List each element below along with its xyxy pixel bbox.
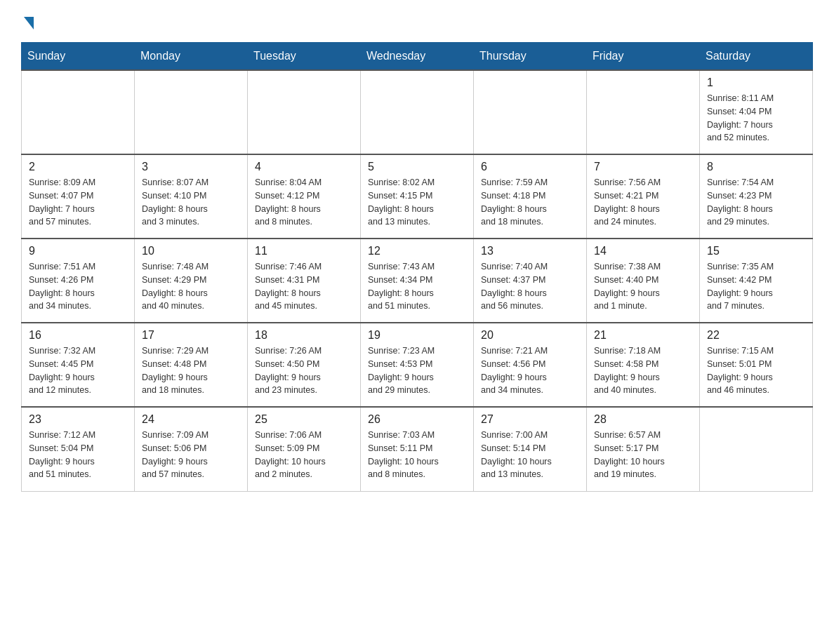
logo-top	[21, 14, 34, 29]
day-of-week-header: Tuesday	[248, 43, 361, 71]
day-number: 28	[594, 413, 692, 426]
day-number: 22	[707, 329, 805, 342]
day-info: Sunrise: 7:12 AM Sunset: 5:04 PM Dayligh…	[29, 429, 127, 481]
calendar-cell: 1Sunrise: 8:11 AM Sunset: 4:04 PM Daylig…	[700, 70, 813, 154]
calendar-cell	[587, 70, 700, 154]
calendar-cell: 18Sunrise: 7:26 AM Sunset: 4:50 PM Dayli…	[248, 323, 361, 407]
day-of-week-header: Monday	[135, 43, 248, 71]
day-info: Sunrise: 7:18 AM Sunset: 4:58 PM Dayligh…	[594, 344, 692, 397]
day-info: Sunrise: 7:35 AM Sunset: 4:42 PM Dayligh…	[707, 260, 805, 313]
day-info: Sunrise: 7:15 AM Sunset: 5:01 PM Dayligh…	[707, 344, 805, 397]
week-row: 23Sunrise: 7:12 AM Sunset: 5:04 PM Dayli…	[22, 407, 813, 491]
calendar-table: SundayMondayTuesdayWednesdayThursdayFrid…	[21, 42, 813, 492]
calendar-cell: 9Sunrise: 7:51 AM Sunset: 4:26 PM Daylig…	[22, 239, 135, 323]
calendar-cell: 15Sunrise: 7:35 AM Sunset: 4:42 PM Dayli…	[700, 239, 813, 323]
day-info: Sunrise: 7:09 AM Sunset: 5:06 PM Dayligh…	[142, 429, 240, 481]
calendar-cell: 7Sunrise: 7:56 AM Sunset: 4:21 PM Daylig…	[587, 154, 700, 239]
calendar-cell	[700, 407, 813, 491]
day-number: 9	[29, 245, 127, 257]
day-info: Sunrise: 7:00 AM Sunset: 5:14 PM Dayligh…	[481, 429, 579, 481]
calendar-cell: 17Sunrise: 7:29 AM Sunset: 4:48 PM Dayli…	[135, 323, 248, 407]
day-number: 12	[368, 245, 466, 257]
day-info: Sunrise: 8:04 AM Sunset: 4:12 PM Dayligh…	[255, 176, 353, 229]
day-info: Sunrise: 7:21 AM Sunset: 4:56 PM Dayligh…	[481, 344, 579, 397]
calendar-cell: 23Sunrise: 7:12 AM Sunset: 5:04 PM Dayli…	[22, 407, 135, 491]
page-header	[21, 14, 813, 28]
day-info: Sunrise: 8:09 AM Sunset: 4:07 PM Dayligh…	[29, 176, 127, 229]
day-number: 2	[29, 161, 127, 173]
logo-arrow-icon	[24, 17, 34, 29]
calendar-cell: 25Sunrise: 7:06 AM Sunset: 5:09 PM Dayli…	[248, 407, 361, 491]
day-number: 15	[707, 245, 805, 257]
day-info: Sunrise: 7:40 AM Sunset: 4:37 PM Dayligh…	[481, 260, 579, 313]
calendar-cell: 2Sunrise: 8:09 AM Sunset: 4:07 PM Daylig…	[22, 154, 135, 239]
calendar-cell: 4Sunrise: 8:04 AM Sunset: 4:12 PM Daylig…	[248, 154, 361, 239]
calendar-cell: 21Sunrise: 7:18 AM Sunset: 4:58 PM Dayli…	[587, 323, 700, 407]
day-number: 14	[594, 245, 692, 257]
day-number: 25	[255, 413, 353, 426]
day-number: 21	[594, 329, 692, 342]
calendar-cell: 3Sunrise: 8:07 AM Sunset: 4:10 PM Daylig…	[135, 154, 248, 239]
day-of-week-header: Friday	[587, 43, 700, 71]
calendar-cell: 13Sunrise: 7:40 AM Sunset: 4:37 PM Dayli…	[474, 239, 587, 323]
day-info: Sunrise: 7:29 AM Sunset: 4:48 PM Dayligh…	[142, 344, 240, 397]
week-row: 1Sunrise: 8:11 AM Sunset: 4:04 PM Daylig…	[22, 70, 813, 154]
day-number: 24	[142, 413, 240, 426]
day-number: 18	[255, 329, 353, 342]
day-number: 17	[142, 329, 240, 342]
calendar-cell: 28Sunrise: 6:57 AM Sunset: 5:17 PM Dayli…	[587, 407, 700, 491]
day-of-week-header: Sunday	[22, 43, 135, 71]
day-info: Sunrise: 8:02 AM Sunset: 4:15 PM Dayligh…	[368, 176, 466, 229]
calendar-cell: 12Sunrise: 7:43 AM Sunset: 4:34 PM Dayli…	[361, 239, 474, 323]
day-info: Sunrise: 7:54 AM Sunset: 4:23 PM Dayligh…	[707, 176, 805, 229]
day-number: 8	[707, 161, 805, 173]
day-info: Sunrise: 7:46 AM Sunset: 4:31 PM Dayligh…	[255, 260, 353, 313]
day-info: Sunrise: 7:26 AM Sunset: 4:50 PM Dayligh…	[255, 344, 353, 397]
calendar-cell: 20Sunrise: 7:21 AM Sunset: 4:56 PM Dayli…	[474, 323, 587, 407]
calendar-cell: 8Sunrise: 7:54 AM Sunset: 4:23 PM Daylig…	[700, 154, 813, 239]
day-info: Sunrise: 7:48 AM Sunset: 4:29 PM Dayligh…	[142, 260, 240, 313]
calendar-cell	[135, 70, 248, 154]
day-info: Sunrise: 8:11 AM Sunset: 4:04 PM Dayligh…	[707, 92, 805, 145]
logo	[21, 14, 34, 28]
day-info: Sunrise: 6:57 AM Sunset: 5:17 PM Dayligh…	[594, 429, 692, 481]
day-number: 4	[255, 161, 353, 173]
calendar-cell: 16Sunrise: 7:32 AM Sunset: 4:45 PM Dayli…	[22, 323, 135, 407]
calendar-cell: 22Sunrise: 7:15 AM Sunset: 5:01 PM Dayli…	[700, 323, 813, 407]
day-info: Sunrise: 7:32 AM Sunset: 4:45 PM Dayligh…	[29, 344, 127, 397]
day-number: 23	[29, 413, 127, 426]
calendar-cell: 10Sunrise: 7:48 AM Sunset: 4:29 PM Dayli…	[135, 239, 248, 323]
day-info: Sunrise: 7:06 AM Sunset: 5:09 PM Dayligh…	[255, 429, 353, 481]
calendar-cell	[361, 70, 474, 154]
calendar-cell	[248, 70, 361, 154]
calendar-cell: 24Sunrise: 7:09 AM Sunset: 5:06 PM Dayli…	[135, 407, 248, 491]
day-info: Sunrise: 7:03 AM Sunset: 5:11 PM Dayligh…	[368, 429, 466, 481]
week-row: 9Sunrise: 7:51 AM Sunset: 4:26 PM Daylig…	[22, 239, 813, 323]
day-number: 7	[594, 161, 692, 173]
calendar-cell: 27Sunrise: 7:00 AM Sunset: 5:14 PM Dayli…	[474, 407, 587, 491]
day-info: Sunrise: 7:38 AM Sunset: 4:40 PM Dayligh…	[594, 260, 692, 313]
calendar-cell: 26Sunrise: 7:03 AM Sunset: 5:11 PM Dayli…	[361, 407, 474, 491]
day-number: 20	[481, 329, 579, 342]
day-info: Sunrise: 7:51 AM Sunset: 4:26 PM Dayligh…	[29, 260, 127, 313]
day-number: 10	[142, 245, 240, 257]
calendar-cell: 11Sunrise: 7:46 AM Sunset: 4:31 PM Dayli…	[248, 239, 361, 323]
calendar-cell: 5Sunrise: 8:02 AM Sunset: 4:15 PM Daylig…	[361, 154, 474, 239]
day-info: Sunrise: 7:23 AM Sunset: 4:53 PM Dayligh…	[368, 344, 466, 397]
day-info: Sunrise: 8:07 AM Sunset: 4:10 PM Dayligh…	[142, 176, 240, 229]
day-of-week-header: Thursday	[474, 43, 587, 71]
week-row: 2Sunrise: 8:09 AM Sunset: 4:07 PM Daylig…	[22, 154, 813, 239]
day-info: Sunrise: 7:43 AM Sunset: 4:34 PM Dayligh…	[368, 260, 466, 313]
week-row: 16Sunrise: 7:32 AM Sunset: 4:45 PM Dayli…	[22, 323, 813, 407]
calendar-header-row: SundayMondayTuesdayWednesdayThursdayFrid…	[22, 43, 813, 71]
day-number: 27	[481, 413, 579, 426]
day-number: 6	[481, 161, 579, 173]
calendar-cell: 14Sunrise: 7:38 AM Sunset: 4:40 PM Dayli…	[587, 239, 700, 323]
day-info: Sunrise: 7:59 AM Sunset: 4:18 PM Dayligh…	[481, 176, 579, 229]
day-number: 19	[368, 329, 466, 342]
day-number: 13	[481, 245, 579, 257]
day-number: 26	[368, 413, 466, 426]
calendar-cell	[22, 70, 135, 154]
calendar-cell	[474, 70, 587, 154]
day-of-week-header: Saturday	[700, 43, 813, 71]
